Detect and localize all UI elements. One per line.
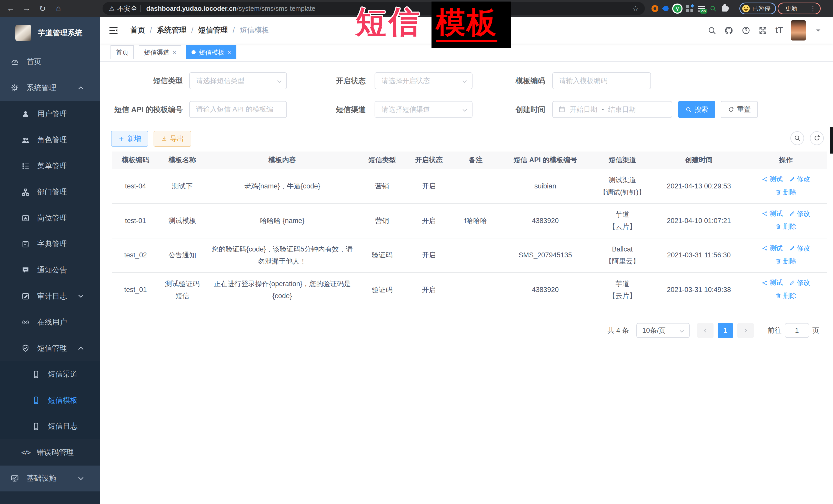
help-icon[interactable] bbox=[741, 26, 751, 35]
extension-magnifier-icon[interactable] bbox=[709, 5, 717, 12]
cell-created: 2021-03-31 10:49:38 bbox=[653, 272, 745, 307]
sidebar-item-dict-mgmt[interactable]: 字典管理 bbox=[0, 231, 100, 257]
browser-home-icon[interactable]: ⌂ bbox=[51, 0, 66, 17]
github-icon[interactable] bbox=[724, 26, 733, 35]
channel-select[interactable]: 请选择短信渠道 bbox=[375, 101, 472, 118]
breadcrumb-item[interactable]: 短信管理 bbox=[198, 25, 228, 35]
sidebar-item-menu-mgmt[interactable]: 菜单管理 bbox=[0, 153, 100, 179]
extension-ring-icon[interactable] bbox=[651, 5, 659, 12]
sidebar-item-audit-log[interactable]: 审计日志 bbox=[0, 283, 100, 309]
kebab-menu-icon[interactable]: ⋮ bbox=[810, 5, 816, 12]
next-page-button[interactable] bbox=[737, 323, 754, 338]
table-header-row: 模板编码 模板名称 模板内容 短信类型 开启状态 备注 短信 API 的模板编号… bbox=[112, 151, 827, 169]
add-button[interactable]: 新增 bbox=[111, 131, 148, 147]
edit-icon bbox=[789, 211, 795, 217]
status-select[interactable]: 请选择开启状态 bbox=[375, 72, 472, 89]
toggle-search-button[interactable] bbox=[790, 131, 804, 145]
goto-page-input[interactable] bbox=[785, 323, 809, 338]
extension-drop-icon[interactable] bbox=[662, 5, 670, 12]
sidebar-item-label: 审计日志 bbox=[37, 291, 67, 302]
sidebar-item-home[interactable]: 首页 bbox=[0, 49, 100, 75]
extensions-puzzle-icon[interactable] bbox=[722, 6, 728, 11]
chrome-update-button[interactable]: 更新 ⋮ bbox=[778, 3, 821, 14]
edit-link[interactable]: 修改 bbox=[789, 173, 810, 185]
close-icon[interactable]: × bbox=[172, 49, 176, 55]
collapse-sidebar-icon[interactable] bbox=[109, 25, 118, 35]
page-size-value: 10条/页 bbox=[642, 326, 666, 335]
edit-link[interactable]: 修改 bbox=[789, 242, 810, 254]
emoji-avatar-icon bbox=[742, 5, 750, 12]
fullscreen-icon[interactable] bbox=[758, 26, 767, 35]
page-size-select[interactable]: 10条/页 bbox=[636, 323, 689, 338]
reset-button-label: 重置 bbox=[737, 105, 751, 114]
breadcrumb-item[interactable]: 首页 bbox=[130, 25, 145, 35]
bookmark-star-icon[interactable]: ☆ bbox=[632, 4, 639, 13]
prev-page-button[interactable] bbox=[697, 323, 714, 338]
breadcrumb-item[interactable]: 系统管理 bbox=[157, 25, 186, 35]
extension-grid-icon[interactable] bbox=[686, 5, 693, 12]
user-avatar[interactable] bbox=[791, 20, 806, 41]
search-icon[interactable] bbox=[707, 26, 716, 35]
search-button[interactable]: 搜索 bbox=[678, 101, 715, 118]
font-size-icon[interactable]: tT bbox=[775, 26, 783, 35]
sidebar-item-label: 基础设施 bbox=[27, 473, 56, 483]
close-icon[interactable]: × bbox=[228, 49, 231, 55]
edit-link[interactable]: 修改 bbox=[789, 208, 810, 219]
calendar-icon bbox=[558, 105, 566, 113]
browser-back-icon[interactable]: ← bbox=[3, 0, 18, 17]
sidebar-item-online-users[interactable]: 在线用户 bbox=[0, 309, 100, 335]
sidebar-item-sms-channel[interactable]: 短信渠道 bbox=[0, 361, 100, 387]
delete-link[interactable]: 删除 bbox=[775, 290, 796, 302]
edit-link[interactable]: 修改 bbox=[789, 277, 810, 288]
breadcrumb: 首页 / 系统管理 / 短信管理 / 短信模板 bbox=[130, 17, 269, 44]
sidebar-item-post-mgmt[interactable]: 岗位管理 bbox=[0, 205, 100, 231]
sidebar-item-user-mgmt[interactable]: 用户管理 bbox=[0, 101, 100, 127]
delete-link[interactable]: 删除 bbox=[775, 221, 796, 232]
sms-type-select[interactable]: 请选择短信类型 bbox=[189, 72, 287, 89]
sidebar-item-system-mgmt[interactable]: 系统管理 bbox=[0, 75, 100, 101]
cell-content: 正在进行登录操作{operation}，您的验证码是{code} bbox=[206, 272, 359, 307]
chevron-down-icon bbox=[679, 328, 685, 335]
app-logo[interactable]: 芋道管理系统 bbox=[0, 17, 100, 49]
security-label[interactable]: 不安全 bbox=[117, 4, 137, 13]
browser-reload-icon[interactable]: ↻ bbox=[35, 0, 50, 17]
edit-label: 修改 bbox=[797, 242, 810, 254]
test-link[interactable]: 测试 bbox=[761, 277, 783, 288]
date-range-picker[interactable]: 开始日期 - 结束日期 bbox=[552, 101, 672, 118]
sidebar-item-sms-log[interactable]: 短信日志 bbox=[0, 413, 100, 440]
tab-sms-template[interactable]: 短信模板 × bbox=[186, 45, 236, 59]
delete-label: 删除 bbox=[783, 221, 796, 232]
sidebar-item-sms-mgmt[interactable]: 短信管理 bbox=[0, 335, 100, 361]
edit-label: 修改 bbox=[797, 208, 810, 219]
extension-y-icon[interactable]: y bbox=[673, 5, 681, 13]
cell-remark bbox=[452, 169, 499, 203]
sidebar-item-errcode-mgmt[interactable]: </> 错误码管理 bbox=[0, 439, 100, 465]
extension-list-icon[interactable]: on bbox=[698, 6, 705, 11]
sidebar-item-role-mgmt[interactable]: 角色管理 bbox=[0, 127, 100, 153]
paused-profile-chip[interactable]: 已暂停 bbox=[739, 3, 776, 14]
page-number-button[interactable]: 1 bbox=[718, 323, 733, 338]
export-button[interactable]: 导出 bbox=[153, 131, 191, 147]
test-label: 测试 bbox=[769, 277, 783, 288]
tab-home[interactable]: 首页 bbox=[111, 45, 134, 59]
test-link[interactable]: 测试 bbox=[761, 242, 783, 254]
sidebar-item-notice[interactable]: 通知公告 bbox=[0, 257, 100, 283]
browser-forward-icon[interactable]: → bbox=[19, 0, 34, 17]
sidebar-item-infrastructure[interactable]: 基础设施 bbox=[0, 465, 100, 492]
refresh-table-button[interactable] bbox=[810, 131, 824, 145]
delete-link[interactable]: 删除 bbox=[775, 255, 796, 267]
template-code-input[interactable] bbox=[552, 72, 651, 89]
caret-down-icon[interactable] bbox=[814, 26, 823, 35]
reset-button[interactable]: 重置 bbox=[721, 101, 758, 118]
cell-code: test-04 bbox=[112, 169, 159, 203]
api-template-id-input[interactable] bbox=[189, 101, 287, 118]
page-scrollbar-thumb[interactable] bbox=[830, 127, 833, 153]
tab-sms-channel[interactable]: 短信渠道 × bbox=[139, 45, 182, 59]
sidebar-item-sms-template[interactable]: 短信模板 bbox=[0, 387, 100, 413]
channel-provider: 【阿里云】 bbox=[596, 255, 649, 267]
test-link[interactable]: 测试 bbox=[761, 208, 783, 219]
channel-name: 芋道 bbox=[596, 209, 649, 221]
sidebar-item-dept-mgmt[interactable]: 部门管理 bbox=[0, 179, 100, 205]
delete-link[interactable]: 删除 bbox=[775, 186, 796, 198]
test-link[interactable]: 测试 bbox=[761, 173, 783, 185]
